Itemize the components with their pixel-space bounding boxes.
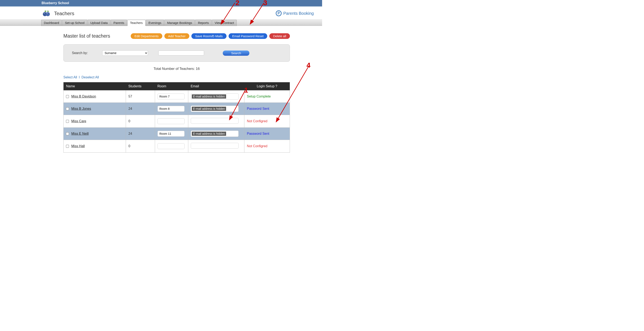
table-row: Miss Care0Not Configred	[64, 115, 290, 128]
col-email: Email	[188, 82, 244, 90]
room-input[interactable]	[158, 118, 184, 124]
select-links: Select All I Deselect All	[64, 76, 290, 79]
teacher-name-link[interactable]: Miss B Jones	[71, 107, 91, 111]
page-title: Teachers	[54, 11, 74, 17]
section-title: Master list of teachers	[64, 33, 110, 39]
login-status: Not Configred	[247, 119, 268, 123]
login-status: Not Configred	[247, 144, 268, 148]
nav-tab-set-up-school[interactable]: Set-up School	[62, 20, 87, 26]
room-input[interactable]	[158, 131, 184, 137]
table-row: Miss Hall0Not Configred	[64, 140, 290, 153]
email-input[interactable]	[191, 143, 238, 149]
students-cell: 0	[126, 115, 155, 128]
blueberry-logo-icon	[42, 11, 52, 17]
teacher-name-link[interactable]: Miss Hall	[71, 144, 85, 148]
col-students: Students	[126, 82, 155, 90]
teachers-table: Name Students Room Email Login Setup ? M…	[64, 82, 290, 153]
search-button[interactable]: Search	[223, 51, 249, 56]
login-status: Password Sent	[247, 132, 269, 135]
email-hidden-label: E-mail address is hidden	[192, 107, 226, 111]
brand-text: Parents Booking	[283, 11, 314, 16]
section-header: Master list of teachers Edit Departments…	[64, 33, 290, 39]
row-checkbox[interactable]	[66, 132, 69, 135]
table-row: Miss B Davidson57E-mail address is hidde…	[64, 90, 290, 103]
search-panel: Search by: Surname Search	[64, 44, 290, 62]
row-checkbox[interactable]	[66, 95, 69, 98]
row-checkbox[interactable]	[66, 107, 69, 110]
select-sep: I	[79, 76, 80, 79]
teacher-name-link[interactable]: Miss B Davidson	[71, 95, 96, 98]
room-input[interactable]	[158, 143, 184, 149]
col-room: Room	[155, 82, 188, 90]
students-cell: 57	[126, 90, 155, 103]
login-status: Setup Complete	[247, 95, 271, 98]
email-input[interactable]: E-mail address is hidden	[191, 106, 238, 112]
table-row: Miss E Neill24E-mail address is hiddenPa…	[64, 128, 290, 140]
teacher-name-link[interactable]: Miss Care	[71, 119, 86, 123]
nav-tab-evenings[interactable]: Evenings	[146, 20, 164, 26]
nav-tab-parents[interactable]: Parents	[111, 20, 127, 26]
students-cell: 24	[126, 103, 155, 115]
email-hidden-label: E-mail address is hidden	[192, 132, 226, 136]
deselect-all-link[interactable]: Deselect All	[82, 76, 99, 79]
email-hidden-label: E-mail address is hidden	[192, 94, 226, 99]
nav-tab-upload-data[interactable]: Upload Data	[88, 20, 110, 26]
search-by-select[interactable]: Surname	[102, 50, 148, 56]
nav-tab-reports[interactable]: Reports	[195, 20, 212, 26]
row-checkbox[interactable]	[66, 120, 69, 123]
svg-point-1	[46, 12, 50, 16]
nav-tab-manage-bookings[interactable]: Manage Bookings	[164, 20, 195, 26]
nav-tab-dashboard[interactable]: Dashboard	[41, 20, 62, 26]
email-input[interactable]: E-mail address is hidden	[191, 93, 238, 100]
header: Teachers Parents Booking	[0, 7, 322, 20]
room-input[interactable]	[158, 106, 184, 112]
email-password-reset-button[interactable]: Email Password Reset	[228, 33, 268, 39]
add-teacher-button[interactable]: Add Teacher	[164, 33, 189, 39]
search-by-label: Search by:	[72, 51, 88, 55]
col-login: Login Setup ?	[244, 82, 290, 90]
row-checkbox[interactable]	[66, 145, 69, 148]
nav-tab-view-contract[interactable]: View Contract	[212, 20, 237, 26]
search-input[interactable]	[158, 51, 204, 56]
login-status: Password Sent	[247, 107, 269, 110]
navbar: DashboardSet-up SchoolUpload DataParents…	[0, 20, 322, 26]
svg-point-2	[44, 13, 45, 14]
school-name: Blueberry School	[42, 1, 69, 5]
total-teachers: Total Number of Teachers: 16	[64, 67, 290, 71]
table-row: Miss B Jones24E-mail address is hiddenPa…	[64, 103, 290, 115]
edit-departments-button[interactable]: Edit Departments	[131, 33, 162, 39]
nav-tab-teachers[interactable]: Teachers	[128, 20, 146, 26]
students-cell: 0	[126, 140, 155, 153]
email-input[interactable]	[191, 118, 238, 124]
brand-logo: Parents Booking	[276, 11, 314, 16]
email-input[interactable]: E-mail address is hidden	[191, 131, 238, 137]
brand-icon	[276, 11, 282, 16]
content: Master list of teachers Edit Departments…	[64, 26, 290, 153]
delete-all-button[interactable]: Delete all	[269, 33, 290, 39]
save-room-emails-button[interactable]: Save Room/E-Mails	[192, 33, 226, 39]
col-name: Name	[64, 82, 126, 90]
school-name-bar: Blueberry School	[0, 0, 322, 7]
room-input[interactable]	[158, 94, 184, 99]
teacher-name-link[interactable]: Miss E Neill	[71, 132, 89, 136]
students-cell: 24	[126, 128, 155, 140]
select-all-link[interactable]: Select All	[64, 76, 77, 79]
annot-num-4: 4	[306, 61, 310, 69]
svg-point-3	[47, 13, 48, 14]
